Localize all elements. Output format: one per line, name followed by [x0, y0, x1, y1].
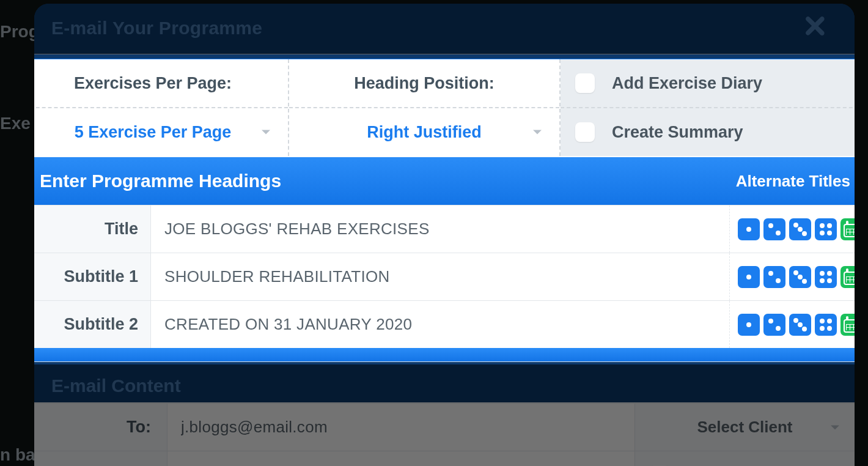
- dice-1-icon[interactable]: [738, 266, 760, 288]
- email-to-input[interactable]: [181, 418, 621, 437]
- chevron-down-icon: [529, 124, 546, 141]
- calendar-icon[interactable]: [840, 266, 855, 288]
- calendar-icon[interactable]: [840, 218, 855, 240]
- modal-header: E-mail Your Programme: [34, 4, 855, 50]
- exercises-per-page-value: 5 Exercise Per Page: [75, 123, 232, 142]
- dice-3-icon[interactable]: [789, 266, 811, 288]
- modal-title: E-mail Your Programme: [51, 18, 262, 39]
- heading-row-subtitle1: Subtitle 1: [34, 253, 855, 300]
- dice-4-icon[interactable]: [815, 266, 837, 288]
- heading-position-select[interactable]: Right Justified: [289, 108, 559, 156]
- select-client-dropdown[interactable]: Select Client: [634, 404, 855, 451]
- exercises-per-page-label: Exercises Per Page:: [34, 59, 288, 108]
- dice-1-icon[interactable]: [738, 314, 760, 336]
- heading-row-label: Subtitle 1: [34, 253, 151, 300]
- email-to-row: To: Select Client: [34, 403, 855, 451]
- add-exercise-diary-option[interactable]: Add Exercise Diary: [561, 59, 855, 108]
- alternate-titles-link[interactable]: Alternate Titles: [736, 172, 850, 191]
- subtitle2-input[interactable]: [164, 315, 716, 334]
- dice-3-icon[interactable]: [789, 314, 811, 336]
- chevron-down-icon: [257, 124, 274, 141]
- subtitle1-quick-icons: [729, 253, 855, 300]
- title-quick-icons: [729, 205, 855, 253]
- dice-2-icon[interactable]: [763, 314, 785, 336]
- dice-4-icon[interactable]: [815, 314, 837, 336]
- select-client-label: Select Client: [697, 418, 792, 437]
- heading-position-label: Heading Position:: [289, 59, 559, 108]
- subtitle2-quick-icons: [729, 301, 855, 348]
- checkbox-icon[interactable]: [575, 122, 595, 142]
- heading-row-title: Title: [34, 205, 855, 253]
- create-summary-option[interactable]: Create Summary: [561, 108, 855, 156]
- options-grid: Exercises Per Page: 5 Exercise Per Page …: [34, 54, 855, 157]
- checkbox-icon[interactable]: [575, 73, 595, 93]
- heading-row-label: Title: [34, 205, 151, 253]
- email-cc-row: F CC Yourself: [34, 451, 855, 466]
- cc-yourself-option[interactable]: CC Yourself: [634, 451, 855, 466]
- title-input[interactable]: [164, 220, 716, 239]
- heading-row-subtitle2: Subtitle 2: [34, 300, 855, 348]
- subtitle1-input[interactable]: [164, 267, 716, 286]
- email-from-label: F: [34, 451, 167, 466]
- headings-title: Enter Programme Headings: [40, 171, 281, 191]
- heading-row-label: Subtitle 2: [34, 301, 151, 348]
- calendar-icon[interactable]: [840, 314, 855, 336]
- programme-options-card: Exercises Per Page: 5 Exercise Per Page …: [34, 54, 855, 362]
- email-to-label: To:: [34, 404, 167, 451]
- exercises-per-page-select[interactable]: 5 Exercise Per Page: [34, 108, 288, 156]
- email-programme-modal: E-mail Your Programme Exercises Per Page…: [34, 4, 855, 466]
- email-content-section: E-mail Content To: Select Client F CC Yo…: [34, 366, 855, 466]
- chevron-down-icon: [826, 419, 844, 436]
- headings-section-header: Enter Programme Headings Alternate Title…: [34, 157, 855, 205]
- heading-position-value: Right Justified: [367, 123, 482, 142]
- bg-label-prog: Prog: [0, 22, 39, 42]
- dice-1-icon[interactable]: [738, 218, 760, 240]
- dice-4-icon[interactable]: [815, 218, 837, 240]
- create-summary-label: Create Summary: [612, 123, 743, 142]
- close-icon[interactable]: [803, 15, 830, 42]
- dice-2-icon[interactable]: [763, 266, 785, 288]
- headings-rows: Title Subtitle 1: [34, 205, 855, 348]
- section-divider: [34, 348, 855, 361]
- email-content-heading: E-mail Content: [34, 366, 855, 402]
- dice-2-icon[interactable]: [763, 218, 785, 240]
- add-exercise-diary-label: Add Exercise Diary: [612, 74, 762, 93]
- dice-3-icon[interactable]: [789, 218, 811, 240]
- bg-label-exe: Exe: [0, 114, 31, 133]
